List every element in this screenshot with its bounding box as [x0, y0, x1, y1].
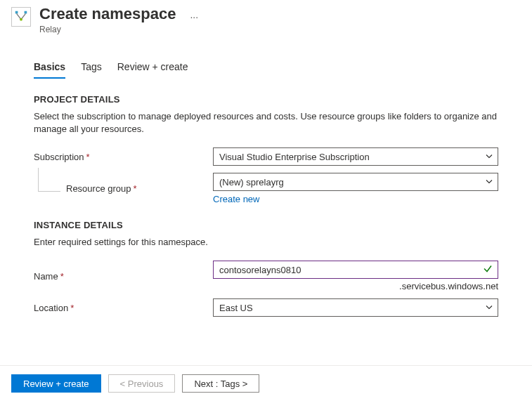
- instance-details-description: Enter required settings for this namespa…: [34, 236, 498, 249]
- required-marker: *: [86, 152, 90, 162]
- resource-group-value: (New) sprelayrg: [219, 177, 284, 188]
- previous-button[interactable]: < Previous: [108, 374, 176, 393]
- location-value: East US: [219, 303, 253, 313]
- indent-bracket: [38, 168, 60, 192]
- page-subtitle: Relay: [39, 25, 176, 34]
- name-label: Name: [34, 271, 58, 282]
- review-create-button[interactable]: Review + create: [11, 374, 101, 393]
- location-dropdown[interactable]: East US: [213, 298, 498, 317]
- svg-point-2: [20, 18, 22, 21]
- tab-basics[interactable]: Basics: [34, 57, 65, 78]
- next-button[interactable]: Next : Tags >: [182, 374, 259, 393]
- resource-group-label: Resource group: [66, 183, 131, 194]
- subscription-dropdown[interactable]: Visual Studio Enterprise Subscription: [213, 147, 498, 166]
- location-label: Location: [34, 303, 68, 313]
- subscription-value: Visual Studio Enterprise Subscription: [219, 152, 370, 162]
- svg-rect-0: [15, 11, 18, 14]
- subscription-label: Subscription: [34, 152, 84, 162]
- tab-tags[interactable]: Tags: [81, 57, 102, 78]
- required-marker: *: [134, 183, 137, 194]
- wizard-footer: Review + create < Previous Next : Tags >: [0, 365, 532, 401]
- name-input[interactable]: [213, 261, 498, 279]
- page-title: Create namespace: [39, 4, 176, 24]
- instance-details-heading: INSTANCE DETAILS: [34, 220, 498, 230]
- required-marker: *: [60, 271, 64, 282]
- project-details-heading: PROJECT DETAILS: [34, 94, 498, 105]
- more-options-button[interactable]: ···: [190, 11, 198, 22]
- create-new-link[interactable]: Create new: [213, 194, 259, 204]
- tab-review-create[interactable]: Review + create: [117, 57, 188, 78]
- svg-rect-1: [25, 11, 27, 14]
- required-marker: *: [70, 303, 74, 313]
- relay-service-icon: [11, 7, 31, 27]
- project-details-description: Select the subscription to manage deploy…: [34, 110, 498, 137]
- wizard-tabs: Basics Tags Review + create: [34, 57, 498, 79]
- resource-group-dropdown[interactable]: (New) sprelayrg: [213, 173, 498, 191]
- name-suffix: .servicebus.windows.net: [213, 281, 498, 291]
